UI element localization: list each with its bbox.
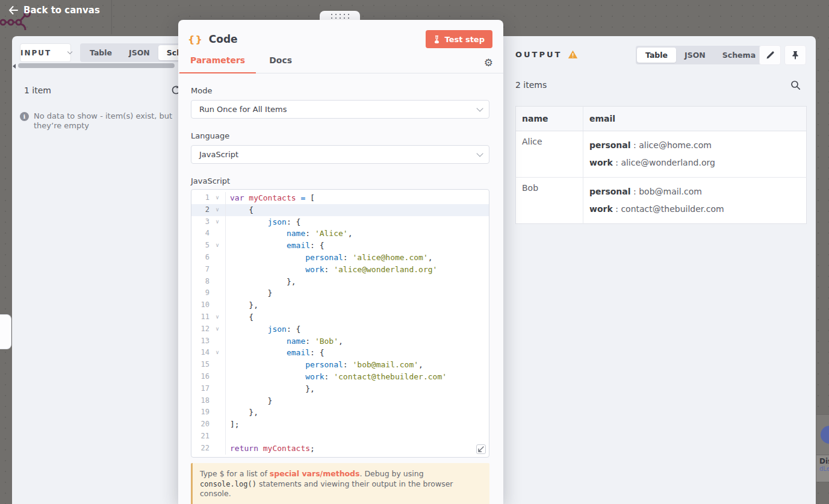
fold-chevron-icon[interactable]: ∨ bbox=[210, 347, 225, 359]
cell-email: personal : alice@home.comwork : alice@wo… bbox=[583, 131, 807, 178]
code-line-22[interactable]: 22return myContacts; bbox=[191, 443, 489, 455]
fold-chevron-icon[interactable]: ∨ bbox=[210, 204, 225, 216]
language-value: JavaScript bbox=[199, 150, 238, 159]
code-text bbox=[226, 431, 230, 443]
output-tab-schema[interactable]: Schema bbox=[714, 48, 764, 63]
input-tab-table[interactable]: Table bbox=[81, 45, 120, 60]
tab-docs[interactable]: Docs bbox=[258, 55, 303, 73]
code-line-2[interactable]: 2∨ { bbox=[191, 204, 489, 216]
code-line-21[interactable]: 21 bbox=[191, 431, 489, 443]
code-line-5[interactable]: 5∨ email: { bbox=[191, 240, 489, 252]
output-panel-title: OUTPUT bbox=[515, 50, 562, 59]
line-number: 22 bbox=[191, 443, 210, 455]
code-node-icon: {} bbox=[188, 34, 203, 45]
input-tab-json[interactable]: JSON bbox=[120, 45, 158, 60]
code-text: work: 'contact@thebuilder.com' bbox=[226, 371, 447, 383]
code-text: }, bbox=[226, 406, 258, 418]
output-tab-table[interactable]: Table bbox=[637, 48, 676, 63]
hint-prefix: Type $ for a list of bbox=[200, 469, 270, 478]
code-line-20[interactable]: 20]; bbox=[191, 418, 489, 431]
fold-chevron-icon[interactable]: ∨ bbox=[210, 216, 225, 228]
code-line-18[interactable]: 18 } bbox=[191, 395, 489, 407]
editor-gutter: 9 bbox=[191, 287, 226, 299]
line-number: 19 bbox=[191, 406, 210, 418]
pencil-icon bbox=[766, 51, 775, 60]
editor-gutter: 8 bbox=[191, 276, 226, 288]
code-line-17[interactable]: 17 }, bbox=[191, 383, 489, 395]
mode-select[interactable]: Run Once for All Items bbox=[191, 100, 489, 119]
edge-card-text: Dis dLega bbox=[816, 455, 829, 482]
editor-gutter: 22 bbox=[191, 443, 226, 455]
code-line-11[interactable]: 11∨ { bbox=[191, 311, 489, 323]
scroll-left-arrow[interactable] bbox=[13, 64, 16, 69]
fold-chevron-icon[interactable]: ∨ bbox=[210, 323, 225, 335]
editor-resize-handle[interactable] bbox=[476, 444, 486, 454]
code-line-16[interactable]: 16 work: 'contact@thebuilder.com' bbox=[191, 371, 489, 383]
code-text: personal: 'alice@home.com', bbox=[226, 252, 433, 264]
code-lines: 1∨var myContacts = [2∨ {3∨ json: {4 name… bbox=[191, 192, 489, 455]
code-line-4[interactable]: 4 name: 'Alice', bbox=[191, 228, 489, 240]
editor-gutter: 2∨ bbox=[191, 204, 226, 216]
line-number: 4 bbox=[191, 228, 210, 240]
fold-spacer bbox=[210, 335, 225, 347]
fold-chevron-icon[interactable]: ∨ bbox=[210, 192, 225, 204]
code-line-7[interactable]: 7 work: 'alice@wonderland.org' bbox=[191, 264, 489, 276]
search-icon[interactable] bbox=[790, 80, 801, 90]
line-number: 21 bbox=[191, 431, 210, 443]
line-number: 20 bbox=[191, 418, 210, 431]
horizontal-scrollbar[interactable] bbox=[18, 63, 175, 68]
fold-spacer bbox=[210, 443, 225, 455]
code-text: email: { bbox=[226, 347, 324, 359]
line-number: 9 bbox=[191, 287, 210, 299]
edit-output-button[interactable] bbox=[759, 45, 781, 65]
tab-parameters[interactable]: Parameters bbox=[179, 55, 256, 73]
cell-name: Alice bbox=[516, 131, 583, 178]
code-line-14[interactable]: 14∨ email: { bbox=[191, 347, 489, 359]
email-entry: work : contact@thebuilder.com bbox=[589, 201, 800, 218]
line-number: 17 bbox=[191, 383, 210, 395]
line-number: 5 bbox=[191, 240, 210, 252]
column-header-name[interactable]: name bbox=[516, 107, 583, 131]
line-number: 15 bbox=[191, 359, 210, 371]
code-line-15[interactable]: 15 personal: 'bob@mail.com', bbox=[191, 359, 489, 371]
left-drag-handle[interactable] bbox=[0, 314, 11, 349]
code-text: } bbox=[226, 395, 272, 407]
back-to-canvas-button[interactable]: Back to canvas bbox=[8, 5, 100, 16]
edge-cutoff-card: Dis dLega bbox=[816, 414, 829, 482]
code-line-10[interactable]: 10 }, bbox=[191, 299, 489, 311]
header-divider bbox=[111, 0, 112, 34]
code-line-6[interactable]: 6 personal: 'alice@home.com', bbox=[191, 252, 489, 264]
table-row[interactable]: Alicepersonal : alice@home.comwork : ali… bbox=[516, 131, 807, 178]
code-node-modal: {} Code Test step Parameters Docs ⚙ Mode… bbox=[178, 20, 503, 504]
output-items-count: 2 items bbox=[515, 80, 547, 90]
node-title[interactable]: Code bbox=[209, 33, 238, 45]
line-number: 13 bbox=[191, 335, 210, 347]
special-vars-link[interactable]: special vars/methods bbox=[270, 469, 360, 478]
code-line-1[interactable]: 1∨var myContacts = [ bbox=[191, 192, 489, 204]
test-step-button[interactable]: Test step bbox=[426, 30, 492, 48]
fold-spacer bbox=[210, 418, 225, 431]
input-source-select[interactable]: INPUT bbox=[20, 43, 71, 62]
code-line-19[interactable]: 19 }, bbox=[191, 406, 489, 418]
pin-data-button[interactable] bbox=[784, 45, 806, 65]
code-line-9[interactable]: 9 } bbox=[191, 287, 489, 299]
input-items-count: 1 item bbox=[24, 86, 51, 95]
hint-middle: . Debug by using bbox=[360, 469, 424, 478]
modal-tabs: Parameters Docs ⚙ bbox=[178, 55, 503, 73]
column-header-email[interactable]: email bbox=[583, 107, 807, 131]
code-line-13[interactable]: 13 name: 'Bob', bbox=[191, 335, 489, 347]
fold-chevron-icon[interactable]: ∨ bbox=[210, 240, 225, 252]
line-number: 12 bbox=[191, 323, 210, 335]
table-row[interactable]: Bobpersonal : bob@mail.comwork : contact… bbox=[516, 178, 807, 224]
language-label: Language bbox=[191, 131, 489, 140]
fold-spacer bbox=[210, 383, 225, 395]
editor-gutter: 7 bbox=[191, 264, 226, 276]
code-line-3[interactable]: 3∨ json: { bbox=[191, 216, 489, 228]
code-line-8[interactable]: 8 }, bbox=[191, 276, 489, 288]
fold-chevron-icon[interactable]: ∨ bbox=[210, 311, 225, 323]
language-select[interactable]: JavaScript bbox=[191, 145, 489, 164]
gear-icon[interactable]: ⚙ bbox=[484, 58, 493, 68]
code-line-12[interactable]: 12∨ json: { bbox=[191, 323, 489, 335]
code-editor[interactable]: 1∨var myContacts = [2∨ {3∨ json: {4 name… bbox=[191, 189, 489, 458]
output-tab-json[interactable]: JSON bbox=[676, 48, 714, 63]
